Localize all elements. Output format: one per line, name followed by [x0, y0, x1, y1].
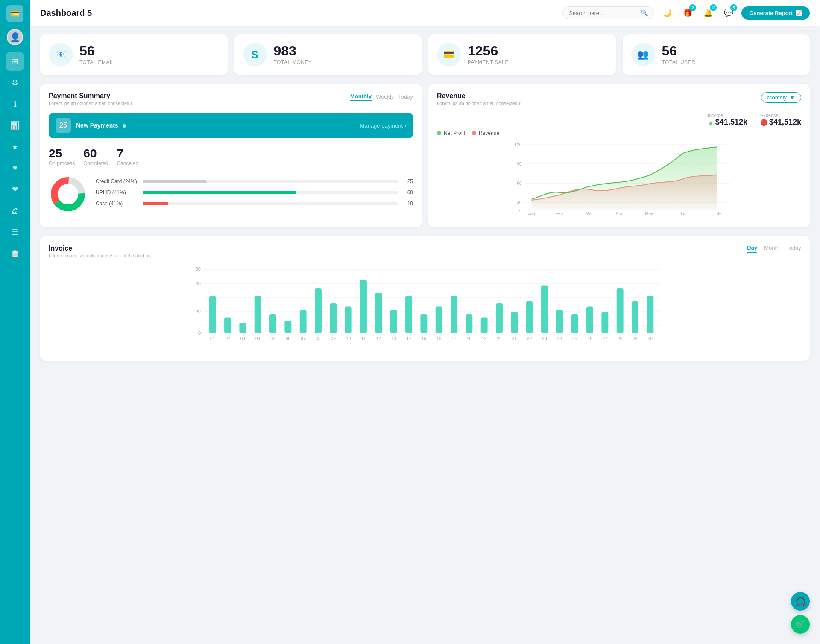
sidebar-item-heart[interactable]: ♥	[6, 159, 24, 178]
bar-label-16: 16	[436, 336, 442, 341]
net-profit-dot	[437, 131, 441, 135]
svg-text:Jan: Jan	[528, 211, 535, 216]
bar-label-29: 29	[633, 336, 638, 341]
email-label: TOTAL EMAIL	[79, 59, 114, 65]
bar-label-12: 12	[376, 336, 381, 341]
bar-16	[436, 307, 442, 334]
user-count: 56	[662, 44, 696, 58]
payment-panel-title: Payment Summary	[49, 92, 132, 100]
income-amount-row: ▲ $41,512k	[708, 118, 747, 127]
gift-btn[interactable]: 🎁 2	[680, 5, 695, 20]
invoice-tab-day[interactable]: Day	[747, 245, 757, 253]
bar-30	[647, 296, 653, 334]
sidebar-item-dashboard[interactable]: ⊞	[6, 52, 24, 71]
cash-label: Cash (41%)	[96, 201, 138, 207]
sidebar-item-menu[interactable]: ☰	[6, 223, 24, 242]
on-process-number: 25	[49, 147, 75, 160]
bar-label-30: 30	[648, 336, 653, 341]
tab-weekly[interactable]: Weekly	[376, 93, 394, 101]
bar-08	[315, 288, 322, 333]
svg-text:90: 90	[517, 162, 522, 166]
user-icon: 👥	[637, 49, 649, 60]
chat-btn[interactable]: 💬 5	[721, 5, 736, 20]
bar-label-15: 15	[422, 336, 427, 341]
expense-amount: $41,512k	[769, 118, 801, 127]
invoice-panel: Invoice Lorem Ipsum is simply dummy text…	[40, 236, 810, 361]
sidebar: 💳 👤 ⊞ ⚙ ℹ 📊 ★ ♥ ❤ 🖨 ☰ 📋	[0, 0, 30, 644]
invoice-bar-chart: 60 40 20 0 01020304050607080910111213141…	[49, 265, 801, 352]
bar-label-09: 09	[331, 336, 336, 341]
revenue-panel-header: Revenue Lorem ipsum dolor sit amet, cons…	[437, 92, 801, 106]
sidebar-item-heart2[interactable]: ❤	[6, 180, 24, 199]
bar-21	[511, 312, 518, 333]
revenue-panel: Revenue Lorem ipsum dolor sit amet, cons…	[428, 84, 810, 227]
bar-label-26: 26	[587, 336, 592, 341]
info-icon: ℹ	[14, 99, 17, 109]
legend-revenue: Revenue	[472, 130, 499, 136]
money-icon-wrap: $	[243, 43, 267, 67]
bell-btn[interactable]: 🔔 12	[700, 5, 716, 20]
user-label: TOTAL USER	[662, 59, 696, 65]
bar-26	[586, 307, 593, 334]
bar-label-28: 28	[618, 336, 623, 341]
credit-card-val: 25	[403, 178, 413, 184]
heart2-icon: ❤	[12, 185, 18, 194]
headset-icon: 🎧	[795, 596, 806, 606]
sidebar-item-settings[interactable]: ⚙	[6, 73, 24, 92]
svg-text:60: 60	[517, 181, 522, 186]
bar-chart-icon: 📈	[795, 10, 802, 16]
sidebar-item-info[interactable]: ℹ	[6, 95, 24, 114]
search-input[interactable]	[569, 10, 637, 16]
bar-label-08: 08	[316, 336, 321, 341]
manage-payment-link[interactable]: Manage payment ›	[360, 122, 406, 129]
stat-card-payment: 💳 1256 PAYMENT SALE	[428, 34, 616, 75]
user-icon-wrap: 👥	[631, 43, 655, 67]
headset-float-btn[interactable]: 🎧	[791, 592, 810, 611]
upi-bar	[143, 191, 296, 194]
revenue-subtitle: Lorem ipsum dolor sit amet, consectetur	[437, 101, 521, 106]
bar-18	[466, 314, 472, 333]
on-process-label: On process	[49, 160, 75, 166]
np-left: 25 New Payments	[56, 118, 126, 133]
revenue-tab-dropdown[interactable]: Monthly ▼	[761, 92, 801, 103]
tab-monthly[interactable]: Monthly	[350, 92, 372, 101]
invoice-tab-month[interactable]: Month	[764, 245, 779, 253]
sidebar-item-print[interactable]: 🖨	[6, 201, 24, 220]
sidebar-item-list[interactable]: 📋	[6, 244, 24, 263]
tab-today[interactable]: Today	[398, 93, 413, 101]
upi-label: UPI ID (41%)	[96, 189, 138, 195]
invoice-tab-today[interactable]: Today	[786, 245, 801, 253]
svg-text:Jun: Jun	[679, 211, 686, 216]
moon-icon: 🌙	[662, 8, 672, 17]
expense-stat: Expense 🔴 $41,512k	[760, 113, 801, 127]
bar-label-07: 07	[301, 336, 306, 341]
generate-report-button[interactable]: Generate Report 📈	[741, 6, 810, 20]
bar-12	[375, 293, 382, 333]
invoice-title: Invoice	[49, 245, 151, 252]
trio-canceled: 7 Canceled	[117, 147, 138, 166]
bar-label-03: 03	[240, 336, 246, 341]
cart-float-btn[interactable]: 🛒	[791, 615, 810, 634]
sidebar-avatar[interactable]: 👤	[7, 29, 23, 45]
bar-14	[405, 296, 412, 334]
search-icon: 🔍	[641, 9, 648, 16]
invoice-subtitle: Lorem Ipsum is simply dummy text of the …	[49, 253, 151, 258]
trio-completed: 60 Completed	[83, 147, 108, 166]
bar-label-23: 23	[542, 336, 547, 341]
theme-toggle-btn[interactable]: 🌙	[659, 5, 675, 20]
payment-icon: 💳	[443, 49, 455, 60]
svg-text:0: 0	[519, 208, 522, 213]
bar-29	[632, 301, 638, 333]
sidebar-logo[interactable]: 💳	[6, 5, 23, 22]
avatar-icon: 👤	[10, 32, 20, 42]
revenue-chart-wrap: 120 90 60 30 0 Jan Feb Mar Apr May Jun J…	[437, 140, 801, 219]
bar-17	[451, 296, 457, 334]
sidebar-item-star[interactable]: ★	[6, 137, 24, 156]
content-area: 📧 56 TOTAL EMAIL $ 983 TOTAL MONEY 💳	[30, 26, 820, 369]
bar-04	[255, 296, 261, 334]
dashboard-icon: ⊞	[12, 57, 18, 66]
sidebar-item-chart[interactable]: 📊	[6, 116, 24, 135]
revenue-tab-label: Monthly	[767, 94, 787, 101]
bell-badge: 12	[710, 4, 717, 11]
bar-label-01: 01	[210, 336, 215, 341]
